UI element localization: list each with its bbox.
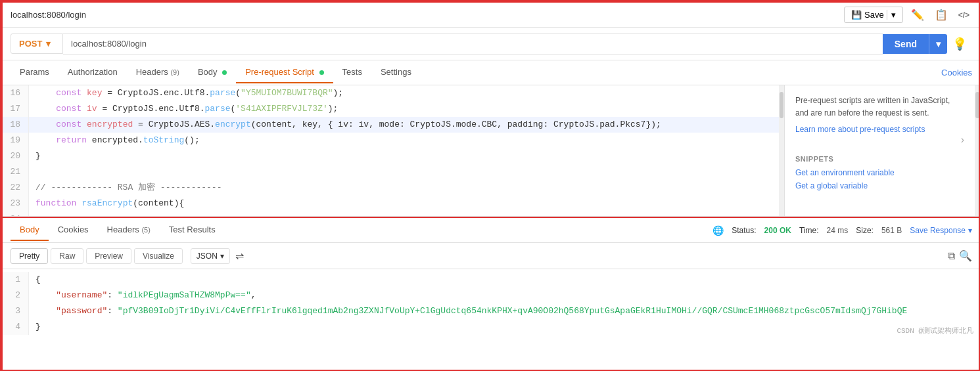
response-code-area: 1 { 2 "username": "idlkPEgUagmSaTHZW8MpP… bbox=[3, 269, 980, 341]
method-select[interactable]: POST ▾ bbox=[11, 33, 63, 54]
tab-params[interactable]: Params bbox=[11, 62, 58, 83]
code-line-22: 22 // ------------ RSA 加密 ------------ bbox=[3, 180, 779, 196]
resp-line-3: 3 "password": "pfV3B09IoDjTr1DyiVi/C4vEf… bbox=[3, 303, 980, 319]
response-tabs: Body Cookies Headers (5) Test Results 🌐 … bbox=[3, 218, 980, 243]
response-section: Body Cookies Headers (5) Test Results 🌐 … bbox=[3, 217, 980, 341]
edit-icon-button[interactable]: ✏️ bbox=[908, 6, 927, 24]
preview-button[interactable]: Preview bbox=[86, 248, 131, 264]
right-panel-description: Pre-request scripts are written in JavaS… bbox=[795, 95, 964, 120]
code-editor[interactable]: 16 const key = CryptoJS.enc.Utf8.parse("… bbox=[3, 85, 779, 216]
resp-line-2: 2 "username": "idlkPEgUagmSaTHZW8MpPw=="… bbox=[3, 288, 980, 303]
tab-tests[interactable]: Tests bbox=[333, 62, 371, 83]
globe-icon: 🌐 bbox=[712, 225, 724, 236]
code-line-19: 19 return encrypted.toString(); bbox=[3, 133, 779, 148]
top-bar-right: 💾 Save ▾ ✏️ 📋 </> bbox=[844, 6, 972, 24]
tab-body[interactable]: Body bbox=[189, 62, 236, 83]
copy-icon-button[interactable]: 📋 bbox=[932, 6, 950, 24]
code-line-17: 17 const iv = CryptoJS.enc.Utf8.parse('S… bbox=[3, 101, 779, 117]
code-line-24: 24 bbox=[3, 211, 779, 216]
status-label: Status: bbox=[732, 226, 756, 235]
save-label: Save bbox=[864, 10, 884, 20]
response-tab-headers[interactable]: Headers (5) bbox=[98, 219, 160, 241]
save-button[interactable]: 💾 Save ▾ bbox=[844, 7, 903, 23]
code-line-23: 23 function rsaEncrypt(content){ bbox=[3, 196, 779, 211]
right-panel-arrow: › bbox=[961, 134, 964, 146]
response-tab-cookies[interactable]: Cookies bbox=[49, 219, 98, 241]
send-dropdown-arrow[interactable]: ▾ bbox=[929, 34, 947, 54]
tab-headers[interactable]: Headers (9) bbox=[127, 62, 189, 83]
response-toolbar-right: ⧉ 🔍 bbox=[948, 250, 972, 262]
tab-settings[interactable]: Settings bbox=[371, 62, 421, 83]
watermark: CSDN @测试架构师北凡 bbox=[897, 323, 973, 339]
top-bar: localhost:8080/login 💾 Save ▾ ✏️ 📋 </> bbox=[3, 3, 980, 28]
save-response-button[interactable]: Save Response ▾ bbox=[910, 226, 972, 235]
code-scroll-thumb[interactable] bbox=[780, 92, 783, 118]
filter-button[interactable]: ⇌ bbox=[233, 247, 246, 265]
code-line-18: 18 const encrypted = CryptoJS.AES.encryp… bbox=[3, 117, 779, 133]
xml-button[interactable]: </> bbox=[956, 8, 972, 22]
tab-authorization[interactable]: Authorization bbox=[58, 62, 127, 83]
right-panel-scrollbar[interactable] bbox=[975, 85, 980, 216]
resp-line-1: 1 { bbox=[3, 272, 980, 288]
pretty-button[interactable]: Pretty bbox=[11, 248, 48, 264]
copy-response-button[interactable]: ⧉ bbox=[948, 250, 955, 262]
status-value: 200 OK bbox=[764, 226, 791, 235]
snippets-title: SNIPPETS bbox=[795, 155, 964, 163]
right-info-panel: Pre-request scripts are written in JavaS… bbox=[784, 85, 975, 216]
code-line-21: 21 bbox=[3, 164, 779, 180]
code-scrollbar[interactable] bbox=[779, 85, 784, 216]
raw-button[interactable]: Raw bbox=[51, 248, 83, 264]
send-label: Send bbox=[883, 34, 929, 54]
format-select[interactable]: JSON ▾ bbox=[191, 248, 230, 264]
response-status-bar: 🌐 Status: 200 OK Time: 24 ms Size: 561 B… bbox=[712, 225, 972, 236]
tab-pre-request-script[interactable]: Pre-request Script bbox=[236, 62, 333, 83]
request-tabs: Params Authorization Headers (9) Body Pr… bbox=[3, 60, 980, 85]
time-label: Time: bbox=[799, 226, 819, 235]
resp-line-4: 4 } bbox=[3, 319, 980, 335]
snippet-env-var[interactable]: Get an environment variable bbox=[795, 168, 964, 177]
method-label: POST bbox=[19, 39, 42, 49]
visualize-button[interactable]: Visualize bbox=[134, 248, 183, 264]
method-dropdown-arrow: ▾ bbox=[46, 39, 51, 49]
response-view-toolbar: Pretty Raw Preview Visualize JSON ▾ ⇌ ⧉ … bbox=[3, 243, 980, 269]
url-input[interactable] bbox=[63, 33, 883, 55]
cookies-link[interactable]: Cookies bbox=[941, 68, 972, 77]
body-dot bbox=[222, 70, 227, 75]
url-bar: POST ▾ Send ▾ 💡 bbox=[3, 28, 980, 60]
right-panel-scroll-thumb[interactable] bbox=[975, 92, 979, 118]
snippet-global-var[interactable]: Get a global variable bbox=[795, 181, 964, 190]
code-line-20: 20 } bbox=[3, 148, 779, 164]
script-area: 16 const key = CryptoJS.enc.Utf8.parse("… bbox=[3, 85, 980, 217]
save-dropdown-arrow[interactable]: ▾ bbox=[887, 10, 896, 20]
response-tab-body[interactable]: Body bbox=[11, 219, 49, 241]
code-line-16: 16 const key = CryptoJS.enc.Utf8.parse("… bbox=[3, 85, 779, 101]
time-value: 24 ms bbox=[827, 226, 849, 235]
bulb-button[interactable]: 💡 bbox=[947, 34, 972, 54]
size-label: Size: bbox=[856, 226, 874, 235]
search-response-button[interactable]: 🔍 bbox=[959, 250, 972, 262]
pre-request-dot bbox=[319, 70, 324, 75]
send-button[interactable]: Send ▾ bbox=[883, 34, 947, 54]
save-icon: 💾 bbox=[851, 10, 862, 20]
learn-more-link[interactable]: Learn more about pre-request scripts bbox=[795, 125, 925, 134]
size-value: 561 B bbox=[881, 226, 902, 235]
response-tab-test-results[interactable]: Test Results bbox=[160, 219, 225, 241]
window-title: localhost:8080/login bbox=[11, 10, 86, 20]
